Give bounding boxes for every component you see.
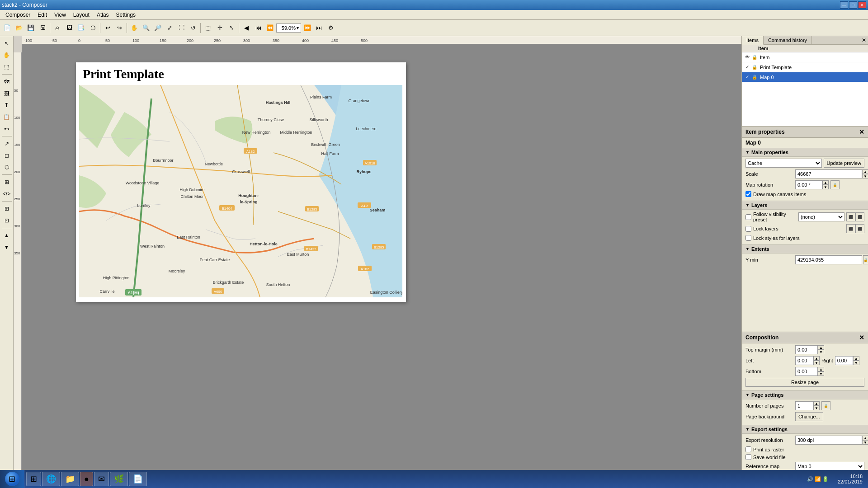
group-tool[interactable]: ⊞ xyxy=(1,203,12,214)
left-up[interactable]: ▲ xyxy=(813,356,820,361)
num-pages-lock[interactable]: 🔒 xyxy=(821,401,830,410)
follow-visibility-checkbox[interactable] xyxy=(745,214,751,220)
ymin-lock-button[interactable]: 🔒 xyxy=(863,255,868,264)
lock-layers-checkbox[interactable] xyxy=(745,226,751,232)
ungroup-tool[interactable]: ⊡ xyxy=(1,215,12,226)
new-button[interactable]: 📄 xyxy=(2,23,13,33)
export-svg-button[interactable]: ⬡ xyxy=(87,23,98,33)
top-margin-input[interactable] xyxy=(795,345,818,354)
right-input[interactable] xyxy=(835,356,853,365)
right-up[interactable]: ▲ xyxy=(853,356,859,361)
pan-button[interactable]: ✋ xyxy=(129,23,140,33)
raise-tool[interactable]: ▲ xyxy=(1,230,12,241)
bottom-up[interactable]: ▲ xyxy=(818,367,824,371)
add-table-tool[interactable]: ⊞ xyxy=(1,177,12,188)
start-button[interactable]: ⊞ xyxy=(0,470,24,488)
lock-btn-2[interactable]: ⬛ xyxy=(855,224,864,233)
rotation-down-button[interactable]: ▼ xyxy=(822,185,829,189)
pan-tool[interactable]: ✋ xyxy=(1,50,12,61)
ref-map-select[interactable]: Map 0 xyxy=(795,462,864,471)
taskbar-app-explorer[interactable]: 📁 xyxy=(61,472,79,486)
num-pages-input[interactable] xyxy=(795,401,813,410)
menu-atlas[interactable]: Atlas xyxy=(93,11,113,19)
move-button[interactable]: ✛ xyxy=(214,23,225,33)
lock-icon[interactable]: 🔒 xyxy=(751,64,758,71)
top-margin-down[interactable]: ▼ xyxy=(818,350,824,354)
layer-btn-1[interactable]: ⬛ xyxy=(846,212,855,221)
taskbar-app-ie[interactable]: 🌐 xyxy=(42,472,60,486)
last-atlas-button[interactable]: ⏭ xyxy=(314,23,325,33)
scale-up-button[interactable]: ▲ xyxy=(862,169,868,174)
list-item[interactable]: ✓ 🔒 Print Template xyxy=(742,62,868,72)
ymin-input[interactable] xyxy=(795,255,862,264)
undo-button[interactable]: ↩ xyxy=(102,23,113,33)
extents-section-header[interactable]: ▼ Extents xyxy=(742,244,868,253)
zoom-tool[interactable]: ⬚ xyxy=(1,61,12,72)
menu-edit[interactable]: Edit xyxy=(34,11,51,19)
add-legend-tool[interactable]: 📋 xyxy=(1,112,12,122)
lower-tool[interactable]: ▼ xyxy=(1,242,12,253)
export-res-input[interactable] xyxy=(795,436,862,445)
redo-button[interactable]: ↪ xyxy=(114,23,125,33)
bottom-down[interactable]: ▼ xyxy=(818,371,824,376)
cache-select[interactable]: Cache xyxy=(745,159,822,168)
top-margin-up[interactable]: ▲ xyxy=(818,345,824,350)
add-shape-tool[interactable]: ◻ xyxy=(1,150,12,161)
taskbar-app-windows[interactable]: ⊞ xyxy=(26,472,41,486)
prev-button[interactable]: ⏮ xyxy=(253,23,264,33)
rotation-lock-button[interactable]: 🔒 xyxy=(830,180,840,189)
export-settings-header[interactable]: ▼ Export settings xyxy=(742,425,868,434)
list-item[interactable]: ✓ 🔒 Map 0 xyxy=(742,72,868,82)
visibility-icon[interactable]: ✓ xyxy=(744,74,751,81)
zoom-all-button[interactable]: ⤢ xyxy=(164,23,175,33)
scale-input[interactable] xyxy=(795,169,862,178)
add-scalebar-tool[interactable]: ⊷ xyxy=(1,123,12,134)
menu-composer[interactable]: Composer xyxy=(2,11,34,19)
canvas-scroll[interactable]: Print Template xyxy=(22,44,741,474)
left-down[interactable]: ▼ xyxy=(813,361,820,365)
update-preview-button[interactable]: Update preview xyxy=(824,159,864,168)
items-close-button[interactable]: ✕ xyxy=(862,37,866,43)
draw-canvas-checkbox[interactable] xyxy=(745,191,751,197)
add-label-tool[interactable]: T xyxy=(1,100,12,111)
prev-atlas-button[interactable]: ◀ xyxy=(241,23,252,33)
save-as-button[interactable]: 🖫 xyxy=(37,23,48,33)
menu-settings[interactable]: Settings xyxy=(113,11,139,19)
rotation-input[interactable] xyxy=(795,180,822,189)
tab-command-history[interactable]: Command history xyxy=(764,36,812,44)
lock-styles-checkbox[interactable] xyxy=(745,235,751,241)
resize-page-button[interactable]: Resize page xyxy=(745,378,864,387)
right-down[interactable]: ▼ xyxy=(853,361,859,365)
zoom-page-button[interactable]: ⛶ xyxy=(176,23,187,33)
print-button[interactable]: 🖨 xyxy=(52,23,63,33)
visibility-icon[interactable]: 👁 xyxy=(744,54,751,61)
world-file-checkbox[interactable] xyxy=(745,454,751,460)
taskbar-app-outlook[interactable]: ✉ xyxy=(94,472,109,486)
change-button[interactable]: Change... xyxy=(795,412,823,421)
visibility-icon[interactable]: ✓ xyxy=(744,64,751,71)
select-button[interactable]: ⬚ xyxy=(203,23,213,33)
taskbar-app-acrobat[interactable]: 📄 xyxy=(129,472,147,486)
resize-button[interactable]: ⤡ xyxy=(226,23,237,33)
add-html-tool[interactable]: </> xyxy=(1,188,12,199)
export-pdf-button[interactable]: 📑 xyxy=(75,23,86,33)
menu-view[interactable]: View xyxy=(51,11,70,19)
lock-icon[interactable]: 🔒 xyxy=(751,54,758,61)
bottom-input[interactable] xyxy=(795,367,818,376)
save-button[interactable]: 💾 xyxy=(25,23,36,33)
list-item[interactable]: 👁 🔒 Item xyxy=(742,52,868,62)
zoom-out-button[interactable]: 🔎 xyxy=(152,23,163,33)
taskbar-app-qgis[interactable]: 🌿 xyxy=(110,472,128,486)
print-raster-checkbox[interactable] xyxy=(745,446,751,452)
rotation-up-button[interactable]: ▲ xyxy=(822,180,829,185)
lock-btn-1[interactable]: ⬛ xyxy=(846,224,855,233)
tab-items[interactable]: Items xyxy=(742,36,764,45)
zoom-dropdown-button[interactable]: ▼ xyxy=(296,26,300,30)
lock-icon[interactable]: 🔒 xyxy=(751,74,758,81)
close-button[interactable]: ✕ xyxy=(858,1,866,9)
open-button[interactable]: 📂 xyxy=(14,23,24,33)
taskbar-app-chrome[interactable]: ● xyxy=(80,472,93,486)
add-arrow-tool[interactable]: ↗ xyxy=(1,138,12,149)
export-res-up[interactable]: ▲ xyxy=(862,436,868,440)
maximize-button[interactable]: □ xyxy=(849,1,857,9)
